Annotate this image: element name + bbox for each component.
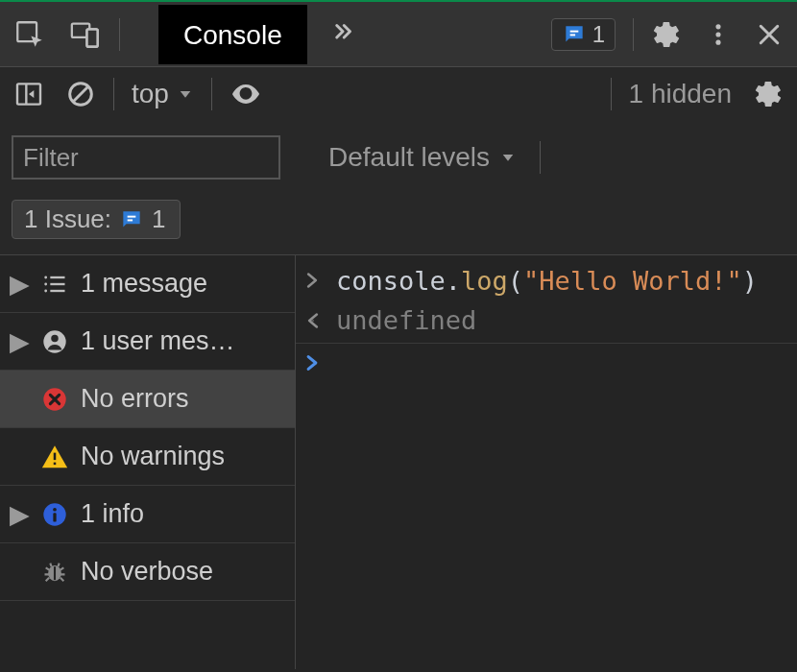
issues-toolbar-count: 1 (592, 21, 605, 48)
filter-input[interactable] (12, 135, 280, 180)
bug-icon (38, 559, 71, 586)
hidden-messages-label[interactable]: 1 hidden (629, 79, 732, 109)
svg-rect-19 (128, 215, 136, 217)
sidebar-item-user-messages[interactable]: ▶ 1 user mes… (0, 313, 295, 371)
issues-toolbar-badge[interactable]: 1 (551, 18, 616, 51)
live-expression-eye-icon[interactable] (229, 78, 262, 110)
sidebar-item-info[interactable]: ▶ 1 info (0, 486, 295, 543)
svg-point-25 (44, 282, 47, 285)
console-settings-gear-icon[interactable] (753, 79, 784, 109)
sidebar-item-messages[interactable]: ▶ 1 message (0, 255, 295, 313)
svg-marker-16 (181, 91, 191, 98)
svg-point-8 (715, 39, 720, 44)
console-input-row: console.log("Hello World!") (296, 261, 797, 301)
svg-rect-20 (128, 219, 133, 221)
svg-point-36 (53, 507, 57, 511)
console-result: undefined (336, 305, 476, 335)
sidebar-item-label: 1 message (81, 269, 207, 299)
svg-rect-4 (569, 30, 578, 32)
expand-triangle-icon: ▶ (10, 499, 29, 530)
console-prompt-row[interactable] (296, 344, 797, 381)
svg-marker-18 (503, 155, 514, 161)
separator (119, 18, 120, 51)
levels-label: Default levels (328, 142, 490, 173)
user-icon (38, 328, 71, 355)
devtools-top-toolbar: Console 1 (0, 2, 797, 67)
prompt-chevron-icon (305, 348, 323, 377)
toggle-sidebar-icon[interactable] (13, 79, 44, 109)
error-icon (38, 386, 71, 413)
token-object: console (336, 266, 446, 296)
context-label: top (132, 79, 169, 109)
sidebar-item-label: No verbose (81, 557, 213, 587)
console-output-pane[interactable]: console.log("Hello World!") undefined (296, 255, 797, 669)
expand-triangle-icon: ▶ (10, 269, 29, 300)
clear-console-icon[interactable] (65, 79, 96, 109)
more-tabs-chevron-icon[interactable] (328, 18, 357, 51)
inspect-element-icon[interactable] (13, 18, 46, 51)
svg-rect-33 (54, 452, 57, 460)
svg-marker-13 (29, 90, 34, 98)
sidebar-item-label: No errors (81, 384, 189, 414)
sidebar-item-label: 1 user mes… (81, 326, 235, 356)
svg-point-24 (44, 276, 47, 278)
token-function: log (461, 266, 508, 296)
sidebar-item-warnings[interactable]: ▶ No warnings (0, 428, 295, 486)
svg-rect-34 (54, 462, 57, 465)
svg-rect-5 (569, 34, 574, 36)
svg-point-28 (51, 334, 58, 341)
console-main: ▶ 1 message ▶ 1 user mes… ▶ No errors ▶ (0, 254, 797, 669)
device-toggle-icon[interactable] (69, 18, 102, 51)
sidebar-item-label: 1 info (81, 499, 144, 529)
token-rparen: ) (742, 266, 758, 296)
console-filter-toolbar: Default levels (0, 121, 797, 194)
console-code: console.log("Hello World!") (336, 265, 758, 298)
sidebar-item-verbose[interactable]: ▶ No verbose (0, 543, 295, 601)
svg-point-7 (715, 32, 720, 36)
svg-point-17 (243, 90, 250, 97)
console-result-row: undefined (296, 301, 797, 344)
issues-summary-bar: 1 Issue: 1 (0, 194, 797, 254)
sidebar-item-errors[interactable]: ▶ No errors (0, 371, 295, 428)
warning-icon (38, 443, 71, 471)
input-chevron-icon (305, 265, 323, 295)
svg-point-40 (312, 320, 314, 322)
separator (633, 18, 634, 51)
execution-context-dropdown[interactable]: top (132, 79, 194, 109)
result-chevron-icon (305, 305, 323, 335)
issues-badge-count: 1 (152, 204, 165, 234)
info-icon (38, 501, 71, 528)
console-controls-toolbar: top 1 hidden (0, 67, 797, 121)
close-devtools-icon[interactable] (755, 20, 784, 49)
token-lparen: ( (508, 266, 523, 296)
svg-rect-2 (86, 29, 97, 46)
issues-badge-text: 1 Issue: (24, 204, 111, 234)
separator (113, 78, 114, 110)
kebab-menu-icon[interactable] (705, 21, 732, 48)
tab-console[interactable]: Console (158, 5, 307, 64)
log-levels-dropdown[interactable]: Default levels (328, 142, 517, 173)
issues-badge[interactable]: 1 Issue: 1 (12, 200, 181, 239)
console-sidebar: ▶ 1 message ▶ 1 user mes… ▶ No errors ▶ (0, 255, 296, 669)
expand-triangle-icon: ▶ (10, 326, 29, 357)
separator (611, 78, 612, 110)
token-string: "Hello World!" (523, 266, 742, 296)
separator (540, 141, 541, 174)
separator (211, 78, 212, 110)
svg-rect-37 (53, 513, 56, 521)
sidebar-item-label: No warnings (81, 442, 225, 471)
svg-point-6 (715, 24, 720, 29)
token-dot: . (446, 266, 461, 296)
settings-gear-icon[interactable] (651, 19, 682, 50)
svg-line-15 (73, 86, 87, 101)
svg-point-26 (44, 289, 47, 292)
list-icon (38, 271, 71, 298)
